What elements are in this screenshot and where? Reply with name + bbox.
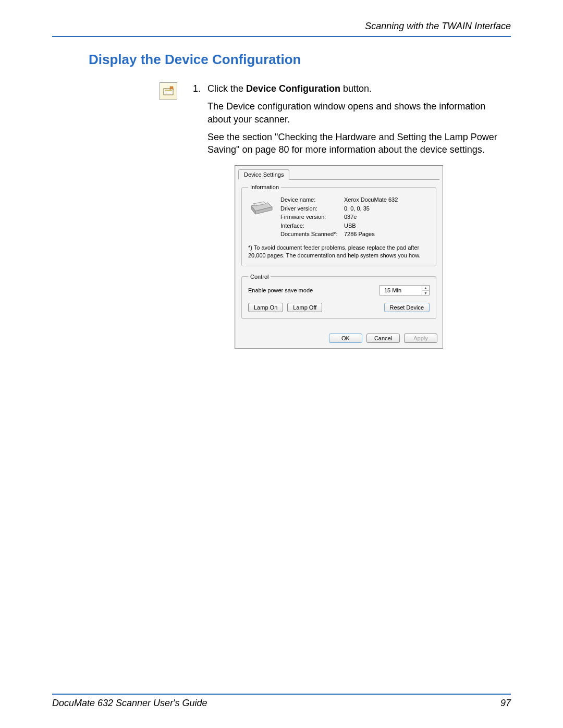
apply-button[interactable]: Apply: [404, 334, 437, 343]
svg-rect-1: [165, 90, 172, 91]
info-table: Device name:Xerox DocuMate 632 Driver ve…: [280, 195, 398, 239]
svg-rect-2: [165, 92, 172, 92]
control-legend: Control: [248, 274, 271, 280]
device-name-label: Device name:: [280, 195, 344, 204]
step-bold: Device Configuration: [246, 83, 340, 94]
interface-label: Interface:: [280, 221, 344, 230]
svg-rect-3: [165, 93, 170, 93]
scanner-icon: [248, 195, 273, 216]
paragraph-2: See the section "Checking the Hardware a…: [207, 131, 511, 156]
cancel-button[interactable]: Cancel: [366, 334, 400, 343]
device-config-icon: [160, 82, 177, 100]
step-pre: Click the: [207, 83, 246, 94]
docs-scanned-label: Documents Scanned*:: [280, 230, 344, 239]
control-group: Control Enable power save mode 15 Min ▲ …: [241, 274, 436, 319]
driver-version-value: 0, 0, 0, 35: [344, 204, 370, 213]
paragraph-1: The Device configuration window opens an…: [207, 100, 511, 126]
tab-device-settings[interactable]: Device Settings: [238, 169, 289, 180]
spinner-down-icon[interactable]: ▼: [422, 291, 429, 295]
docs-scanned-value: 7286 Pages: [344, 230, 375, 239]
lamp-off-button[interactable]: Lamp Off: [287, 303, 322, 312]
footer-guide-title: DocuMate 632 Scanner User's Guide: [52, 698, 207, 709]
power-save-value: 15 Min: [380, 287, 422, 293]
step-post: button.: [340, 83, 372, 94]
spinner-up-icon[interactable]: ▲: [422, 286, 429, 291]
section-title: Display the Device Configuration: [89, 52, 511, 68]
firmware-version-value: 037e: [344, 213, 357, 221]
step-1: 1. Click the Device Configuration button…: [193, 82, 511, 95]
device-name-value: Xerox DocuMate 632: [344, 195, 398, 204]
step-text: Click the Device Configuration button.: [207, 82, 511, 95]
ok-button[interactable]: OK: [329, 334, 362, 343]
driver-version-label: Driver version:: [280, 204, 344, 213]
lamp-on-button[interactable]: Lamp On: [248, 303, 283, 312]
power-save-label: Enable power save mode: [248, 287, 313, 293]
step-number: 1.: [193, 82, 207, 95]
information-legend: Information: [248, 184, 281, 190]
power-save-spinner[interactable]: 15 Min ▲ ▼: [380, 285, 430, 295]
device-settings-dialog: Device Settings Information: [235, 165, 443, 348]
interface-value: USB: [344, 221, 356, 230]
footer-page-number: 97: [500, 698, 511, 709]
chapter-header: Scanning with the TWAIN Interface: [52, 21, 511, 37]
firmware-version-label: Firmware version:: [280, 213, 344, 221]
information-group: Information Device name:Xerox DocuMate: [241, 184, 436, 266]
footnote: *) To avoid document feeder problems, pl…: [248, 244, 430, 260]
reset-device-button[interactable]: Reset Device: [384, 303, 430, 312]
